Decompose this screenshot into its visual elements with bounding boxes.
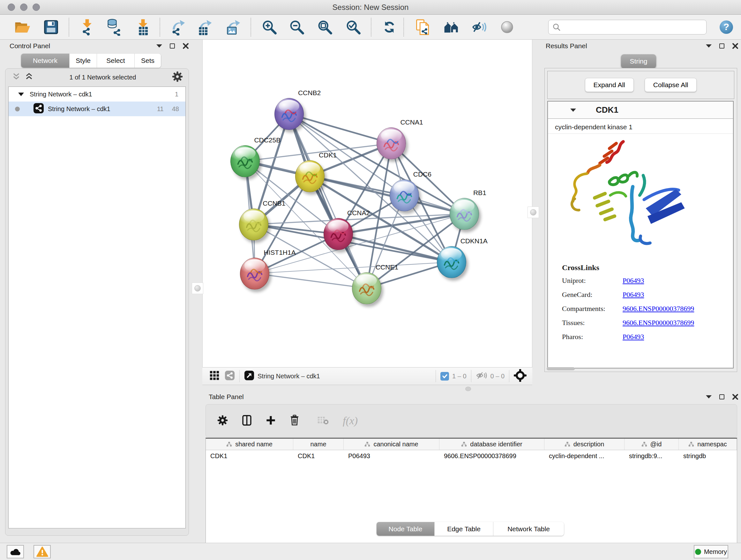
delete-column-trash-icon[interactable]: [290, 415, 299, 427]
close-results-icon[interactable]: [732, 43, 738, 49]
grid-view-icon[interactable]: [209, 370, 219, 382]
tab-node-table[interactable]: Node Table: [377, 522, 434, 536]
expand-all-button[interactable]: Expand All: [585, 78, 634, 92]
table-cell[interactable]: CDK1: [293, 450, 344, 462]
network-node-CCNB1[interactable]: [239, 208, 268, 240]
float-results-icon[interactable]: [719, 44, 724, 49]
network-overview-icon[interactable]: [225, 370, 235, 382]
crosslink-link[interactable]: P06493: [623, 291, 644, 299]
network-node-CCNA1[interactable]: [377, 127, 406, 159]
network-collection-row[interactable]: String Network – cdk1 1: [9, 87, 185, 102]
add-column-icon[interactable]: [266, 415, 276, 427]
network-node-CDK1[interactable]: [295, 160, 325, 192]
crosslink-link[interactable]: P06493: [623, 333, 644, 341]
crosslink-link[interactable]: 9606.ENSP00000378699: [623, 305, 694, 313]
tab-select[interactable]: Select: [97, 54, 135, 68]
network-canvas[interactable]: CCNB2CCNA1CDC25BCDK1CDC6RB1CCNB1CCNA2CDK…: [202, 40, 532, 367]
column-header-name[interactable]: name: [293, 439, 344, 450]
new-network-from-selection-button[interactable]: [414, 18, 432, 36]
close-window-icon[interactable]: [8, 3, 15, 11]
network-node-CDC25B[interactable]: [230, 145, 260, 177]
import-table-button[interactable]: [134, 18, 152, 36]
selected-checkbox-icon[interactable]: [441, 372, 449, 381]
right-splitter-handle[interactable]: [528, 206, 539, 218]
table-cell[interactable]: stringdb:9...: [624, 450, 679, 462]
tab-string[interactable]: String: [621, 54, 656, 68]
fit-target-icon[interactable]: [514, 369, 527, 383]
column-header-namespac[interactable]: namespac: [679, 439, 737, 450]
collapse-table-icon[interactable]: [706, 395, 712, 398]
save-session-button[interactable]: [42, 18, 60, 36]
refresh-button[interactable]: [381, 18, 398, 36]
network-node-RB1[interactable]: [450, 198, 479, 230]
table-options-gear-icon[interactable]: [217, 415, 228, 427]
export-network-button[interactable]: [169, 18, 187, 36]
zoom-selected-button[interactable]: [344, 18, 362, 36]
window-controls[interactable]: [8, 3, 40, 11]
expand-all-networks-icon[interactable]: [24, 72, 33, 82]
show-columns-icon[interactable]: [242, 415, 252, 427]
search-input[interactable]: [561, 21, 706, 34]
import-database-button[interactable]: [105, 18, 123, 36]
close-table-icon[interactable]: [732, 394, 738, 400]
zoom-out-button[interactable]: [288, 18, 306, 36]
crosslink-link[interactable]: P06493: [623, 276, 644, 285]
column-header-description[interactable]: description: [544, 439, 624, 450]
table-cell[interactable]: P06493: [344, 450, 440, 462]
show-all-button[interactable]: [498, 18, 516, 36]
tab-network-table[interactable]: Network Table: [493, 522, 564, 536]
detach-view-icon[interactable]: [244, 370, 254, 382]
collapse-all-button[interactable]: Collapse All: [645, 78, 697, 92]
help-button[interactable]: ?: [718, 18, 735, 36]
close-panel-icon[interactable]: [183, 43, 189, 49]
collapse-results-icon[interactable]: [706, 44, 712, 48]
selected-counts: 1 – 0: [452, 373, 466, 380]
warnings-button[interactable]: [33, 545, 51, 558]
protein-expander-icon[interactable]: [570, 109, 576, 112]
network-node-CCNB2[interactable]: [274, 98, 304, 130]
network-options-gear-icon[interactable]: [172, 71, 183, 83]
left-splitter-handle[interactable]: [192, 283, 203, 294]
collapse-panel-icon[interactable]: [156, 44, 162, 48]
collection-expander-icon[interactable]: [18, 92, 24, 96]
zoom-fit-button[interactable]: [316, 18, 334, 36]
table-cell[interactable]: CDK1: [206, 450, 293, 462]
network-node-CCNE1[interactable]: [352, 272, 381, 304]
table-cell[interactable]: cyclin-dependent ...: [544, 450, 624, 462]
memory-button[interactable]: Memory: [694, 545, 728, 558]
network-node-HIST1H1A[interactable]: [240, 258, 269, 290]
network-node-CDKN1A[interactable]: [437, 246, 466, 278]
tab-edge-table[interactable]: Edge Table: [434, 522, 493, 536]
column-header-canonical-name[interactable]: canonical name: [344, 439, 440, 450]
float-panel-icon[interactable]: [170, 44, 175, 49]
export-table-button[interactable]: [196, 18, 214, 36]
crosslink-link[interactable]: 9606.ENSP00000378699: [623, 319, 694, 327]
column-header-@id[interactable]: @id: [624, 439, 679, 450]
table-row[interactable]: CDK1CDK1P064939606.ENSP00000378699cyclin…: [206, 450, 737, 462]
tab-sets[interactable]: Sets: [135, 54, 161, 68]
cloud-button[interactable]: [7, 545, 24, 558]
network-node-CDC6[interactable]: [390, 179, 419, 211]
zoom-in-button[interactable]: [260, 18, 278, 36]
tab-style[interactable]: Style: [70, 54, 97, 68]
hide-selected-button[interactable]: [470, 18, 488, 36]
network-node-CCNA2[interactable]: [324, 218, 353, 250]
collapse-all-networks-icon[interactable]: [12, 72, 21, 82]
import-network-button[interactable]: [78, 18, 96, 36]
results-scrollbar[interactable]: [547, 367, 575, 370]
column-header-database-identifier[interactable]: database identifier: [440, 439, 544, 450]
maximize-window-icon[interactable]: [32, 3, 40, 11]
float-table-icon[interactable]: [719, 394, 724, 399]
network-row[interactable]: String Network – cdk1 11 48: [9, 102, 185, 116]
export-image-button[interactable]: [224, 18, 242, 36]
search-field[interactable]: [548, 20, 706, 35]
first-neighbors-button[interactable]: [443, 18, 461, 36]
results-box: Expand All Collapse All CDK1 cyclin-depe…: [544, 68, 737, 372]
column-header-shared-name[interactable]: shared name: [206, 439, 293, 450]
open-session-button[interactable]: [13, 18, 31, 36]
warning-icon: [37, 546, 48, 557]
tab-network[interactable]: Network: [21, 54, 70, 68]
table-cell[interactable]: 9606.ENSP00000378699: [440, 450, 544, 462]
table-cell[interactable]: stringdb: [679, 450, 737, 462]
minimize-window-icon[interactable]: [20, 3, 27, 11]
